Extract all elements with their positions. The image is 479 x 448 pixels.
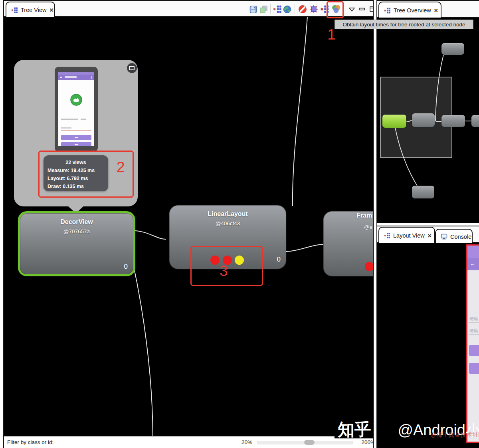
toolbar-tooltip: Obtain layout times for tree rooted at s… xyxy=(335,20,473,29)
tab-console[interactable]: Console xyxy=(435,229,473,244)
tree-canvas[interactable]: 22 views Measure: 19.425 ms Layout: 6.79… xyxy=(4,17,373,436)
thumb-button xyxy=(61,142,91,146)
tree-view-tabbar: Tree View ✕ xyxy=(4,0,374,17)
overview-node[interactable] xyxy=(412,113,435,127)
annotation-2: 2 xyxy=(117,160,125,174)
annotation-1: 1 xyxy=(327,27,336,42)
tab-layout-view[interactable]: Layout View ✕ xyxy=(378,227,435,244)
annotation-3: 3 xyxy=(220,264,228,278)
app-statusbar xyxy=(467,246,479,258)
tab-tree-overview-label: Tree Overview xyxy=(394,7,431,14)
stop-icon[interactable] xyxy=(297,4,308,15)
input-placeholder-2: 请输 xyxy=(469,328,478,334)
tree-view-panel: Tree View ✕ xyxy=(3,0,373,448)
overview-canvas[interactable] xyxy=(377,18,479,223)
overview-node[interactable] xyxy=(471,115,479,127)
panel-divider[interactable] xyxy=(373,0,377,448)
console-icon xyxy=(441,233,447,240)
annotation-box-1 xyxy=(327,1,344,18)
hierarchy-icon xyxy=(11,7,18,14)
watermark-brand: 知乎 xyxy=(338,420,371,439)
zoom-slider-thumb[interactable] xyxy=(304,440,315,445)
input-underline-2 xyxy=(469,334,479,335)
measure-dot-red xyxy=(365,262,373,271)
tab-layout-view-label: Layout View xyxy=(393,232,425,239)
overview-node-selected[interactable] xyxy=(382,115,406,128)
invalidate-icon[interactable] xyxy=(309,4,319,15)
node-child-count: 0 xyxy=(277,256,281,264)
zoom-slider[interactable] xyxy=(257,441,353,444)
tab-tree-view[interactable]: Tree View ✕ xyxy=(6,2,55,18)
hierarchy-viewer-window: Tree View ✕ xyxy=(0,0,479,448)
save-icon[interactable] xyxy=(248,4,258,15)
tab-tree-overview[interactable]: Tree Overview ✕ xyxy=(378,2,441,18)
toolbar-separator xyxy=(295,4,295,14)
hierarchy-icon xyxy=(384,232,390,239)
toolbar-separator xyxy=(270,4,271,14)
tab-tree-view-label: Tree View xyxy=(21,7,46,13)
screenshot-thumbnail xyxy=(55,67,98,152)
tab-console-label: Console xyxy=(450,234,471,240)
layout-view-canvas[interactable]: ← 请输 请输 xyxy=(377,243,479,448)
app-button-2 xyxy=(469,363,479,374)
expand-preview-button[interactable] xyxy=(127,63,137,73)
view-menu-icon[interactable] xyxy=(346,4,357,15)
expand-icon xyxy=(129,66,135,70)
overview-node[interactable] xyxy=(412,186,434,198)
app-toolbar: ← xyxy=(467,258,479,270)
back-arrow[interactable]: ← xyxy=(470,261,475,267)
capture-layers-icon[interactable] xyxy=(258,4,269,15)
layout-view-tabbar: Layout View ✕ Console xyxy=(377,226,479,243)
input-placeholder-1: 请输 xyxy=(469,316,478,322)
thumb-logo xyxy=(70,94,82,106)
tree-overview-panel: Tree Overview ✕ xyxy=(377,0,479,223)
node-title: DecorView xyxy=(20,218,133,226)
load-hierarchy-icon[interactable] xyxy=(272,4,283,15)
tree-overview-tabbar: Tree Overview ✕ xyxy=(377,0,479,18)
tree-node-decorview[interactable]: DecorView @707657a 0 xyxy=(18,211,135,276)
close-icon[interactable]: ✕ xyxy=(428,233,432,238)
node-title: Fram xyxy=(356,212,372,219)
tree-view-statusbar: Filter by class or id: 20% 200% xyxy=(4,436,373,448)
close-icon[interactable]: ✕ xyxy=(49,8,53,13)
tree-node-framelayout[interactable]: Fram @e xyxy=(323,211,373,276)
thumb-statusbar xyxy=(58,72,94,75)
node-address: @707657a xyxy=(20,228,133,234)
thumb-button xyxy=(61,135,91,140)
filter-label: Filter by class or id: xyxy=(7,439,53,445)
selected-view-outline: ← 请输 请输 xyxy=(466,244,479,443)
layout-view-panel: Layout View ✕ Console ← 请输 请输 xyxy=(377,226,479,448)
input-underline-1 xyxy=(469,322,479,323)
node-address: @406cf43 xyxy=(169,220,286,226)
globe-icon[interactable] xyxy=(282,4,292,15)
close-icon[interactable]: ✕ xyxy=(434,8,438,13)
zoom-min-label: 20% xyxy=(232,439,252,445)
watermark-sub: @稀土掘金技术社区 xyxy=(430,431,479,439)
hierarchy-icon xyxy=(384,7,391,14)
node-address: @e xyxy=(364,224,372,230)
thumb-toolbar xyxy=(58,75,94,80)
overview-node[interactable] xyxy=(441,43,464,55)
overview-node[interactable] xyxy=(441,115,465,127)
app-button-1 xyxy=(469,345,479,356)
node-title: LinearLayout xyxy=(169,210,286,218)
minimize-icon[interactable] xyxy=(357,4,367,15)
node-child-count: 0 xyxy=(124,263,128,271)
